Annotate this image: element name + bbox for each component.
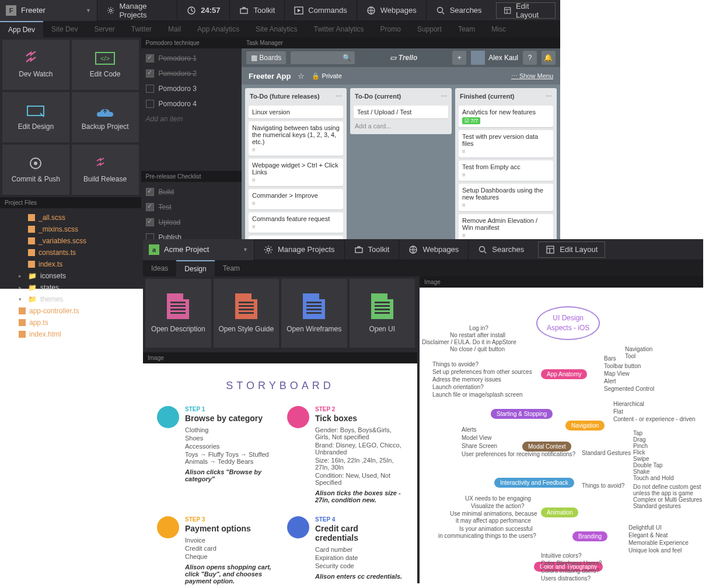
file-index-html[interactable]: index.html bbox=[0, 328, 141, 340]
tile-open-ui[interactable]: Open UI bbox=[350, 279, 415, 348]
checklist-item[interactable]: Build bbox=[141, 184, 242, 200]
show-menu-button[interactable]: ⋯ Show Menu bbox=[511, 72, 553, 80]
folder-iconsets[interactable]: ▸📁iconsets bbox=[0, 270, 141, 282]
searches-button[interactable]: Searches bbox=[468, 239, 533, 260]
checklist-item[interactable]: Pomodoro 1 bbox=[141, 51, 242, 66]
add-item[interactable]: Add an item bbox=[141, 111, 242, 127]
checkbox-icon[interactable] bbox=[146, 100, 154, 108]
manage-projects-button[interactable]: Manage Projects bbox=[97, 0, 177, 21]
manage-projects-button[interactable]: Manage Projects bbox=[254, 239, 344, 260]
star-icon[interactable]: ☆ bbox=[298, 72, 305, 80]
tab-server[interactable]: Server bbox=[86, 21, 123, 37]
svg-rect-6 bbox=[504, 7, 510, 13]
file-_variables-scss[interactable]: _variables.scss bbox=[0, 235, 141, 247]
webpages-button[interactable]: Webpages bbox=[357, 0, 426, 21]
folder-themes[interactable]: ▾📁themes bbox=[0, 293, 141, 305]
trello-card[interactable]: Linux version bbox=[249, 106, 343, 118]
checklist-item[interactable]: Upload bbox=[141, 215, 242, 230]
checklist-item[interactable]: Pomodoro 3 bbox=[141, 81, 242, 96]
checklist-item[interactable]: Pomodoro 2 bbox=[141, 66, 242, 81]
file-constants-ts[interactable]: constants.ts bbox=[0, 247, 141, 258]
topbar: F Freeter ▼ Manage Projects 24:57 Toolki… bbox=[0, 0, 560, 21]
file-_all-scss[interactable]: _all.scss bbox=[0, 212, 141, 223]
tab-support[interactable]: Support bbox=[409, 21, 450, 37]
trello-user[interactable]: Alex Kaul bbox=[471, 51, 518, 65]
trello-card[interactable]: Navigating between tabs using the numeri… bbox=[249, 121, 343, 156]
edit-layout-button[interactable]: Edit Layout bbox=[496, 2, 556, 19]
trello-card[interactable]: Commander > Improve≡ bbox=[249, 189, 343, 209]
trello-card[interactable]: Commands feature request≡ bbox=[249, 212, 343, 233]
tab-ideas[interactable]: Ideas bbox=[143, 260, 176, 276]
list-menu-icon[interactable]: ⋯ bbox=[441, 93, 447, 100]
trello-card[interactable]: Remove Admin Elevation / Win manifest≡ bbox=[459, 214, 553, 242]
add-card[interactable]: Add a card... bbox=[354, 121, 448, 131]
checklist-item[interactable]: Pomodoro 4 bbox=[141, 96, 242, 111]
project-selector[interactable]: F Freeter ▼ bbox=[0, 0, 97, 21]
mindmap-text: Alert bbox=[604, 378, 616, 384]
file-_mixins-scss[interactable]: _mixins.scss bbox=[0, 223, 141, 235]
checkbox-icon[interactable] bbox=[146, 69, 154, 78]
tab-app-dev[interactable]: App Dev bbox=[0, 21, 43, 37]
trello-card[interactable]: Test with prev version data files≡ bbox=[459, 130, 553, 158]
searches-button[interactable]: Searches bbox=[426, 0, 491, 21]
checkbox-icon[interactable] bbox=[146, 85, 154, 93]
tile-dev-watch[interactable]: Dev Watch bbox=[2, 40, 69, 90]
tile-edit-design[interactable]: Edit Design bbox=[2, 92, 69, 142]
trello-card[interactable]: Webpage widget > Ctrl + Click Links≡ bbox=[249, 159, 343, 186]
folder-icon: 📁 bbox=[28, 295, 37, 303]
trello-help-button[interactable]: ? bbox=[523, 51, 537, 65]
checklist-item[interactable]: Test bbox=[141, 200, 242, 215]
list-header[interactable]: To-Do (current)⋯ bbox=[354, 92, 448, 103]
checkbox-icon[interactable] bbox=[146, 54, 154, 62]
folder-states[interactable]: ▸📁states bbox=[0, 282, 141, 293]
tile-build-release[interactable]: Build Release bbox=[72, 145, 139, 195]
tab-team[interactable]: Team bbox=[450, 21, 483, 37]
trello-boards-button[interactable]: ▦ Boards bbox=[246, 51, 286, 64]
toolkit-button[interactable]: Toolkit bbox=[229, 0, 284, 21]
list-menu-icon[interactable]: ⋯ bbox=[336, 93, 342, 100]
project-selector[interactable]: a Acme Project ▼ bbox=[143, 239, 254, 260]
trello-notif-button[interactable]: 🔔 bbox=[542, 51, 556, 65]
checkbox-icon[interactable] bbox=[146, 218, 154, 226]
tile-open-style-guide[interactable]: Open Style Guide bbox=[214, 279, 280, 348]
file-icon bbox=[19, 319, 26, 326]
list-menu-icon[interactable]: ⋯ bbox=[546, 93, 552, 100]
file-index-ts[interactable]: index.ts bbox=[0, 258, 141, 270]
file-app-controller-ts[interactable]: app-controller.ts bbox=[0, 305, 141, 317]
mindmap-text: Delightfull UI bbox=[628, 524, 662, 531]
tab-site-analytics[interactable]: Site Analytics bbox=[247, 21, 305, 37]
trello-card[interactable]: Analytics for new features☑ 7/7 bbox=[459, 106, 553, 127]
privacy-toggle[interactable]: 🔒 Private bbox=[312, 72, 341, 80]
tile-open-description[interactable]: Open Description bbox=[145, 279, 211, 348]
tile-commit-push[interactable]: Commit & Push bbox=[2, 145, 69, 195]
tab-app-analytics[interactable]: App Analytics bbox=[189, 21, 247, 37]
webpages-button[interactable]: Webpages bbox=[399, 239, 468, 260]
tile-backup-project[interactable]: Backup Project bbox=[72, 92, 139, 142]
tab-promo[interactable]: Promo bbox=[372, 21, 409, 37]
tab-twitter[interactable]: Twitter bbox=[123, 21, 160, 37]
timer-display[interactable]: 24:57 bbox=[177, 0, 229, 21]
trello-search[interactable]: 🔍 bbox=[291, 51, 355, 64]
tab-design[interactable]: Design bbox=[176, 260, 214, 276]
mindmap-text: Users distractions? bbox=[541, 575, 591, 582]
mindmap-text: Intuitive colors? bbox=[541, 552, 581, 559]
trello-card[interactable]: Setup Dashboards using the new features≡ bbox=[459, 184, 553, 211]
trello-card[interactable]: Test from Empty acc≡ bbox=[459, 160, 553, 181]
list-header[interactable]: Finished (current)⋯ bbox=[459, 92, 553, 103]
tab-misc[interactable]: Misc bbox=[483, 21, 514, 37]
edit-layout-button[interactable]: Edit Layout bbox=[538, 242, 605, 258]
tile-edit-code[interactable]: </>Edit Code bbox=[72, 40, 139, 90]
tab-twitter-analytics[interactable]: Twitter Analytics bbox=[306, 21, 372, 37]
tab-site-dev[interactable]: Site Dev bbox=[43, 21, 86, 37]
tab-team[interactable]: Team bbox=[215, 260, 248, 276]
checkbox-icon[interactable] bbox=[146, 203, 154, 211]
trello-add-button[interactable]: + bbox=[452, 51, 466, 65]
list-header[interactable]: To-Do (future releases)⋯ bbox=[249, 92, 343, 103]
trello-card[interactable]: Test / Upload / Test bbox=[354, 106, 448, 118]
tab-mail[interactable]: Mail bbox=[160, 21, 189, 37]
file-app-ts[interactable]: app.ts bbox=[0, 317, 141, 328]
commands-button[interactable]: Commands bbox=[284, 0, 356, 21]
checkbox-icon[interactable] bbox=[146, 188, 154, 196]
tile-open-wireframes[interactable]: Open Wireframes bbox=[281, 279, 347, 348]
toolkit-button[interactable]: Toolkit bbox=[344, 239, 399, 260]
